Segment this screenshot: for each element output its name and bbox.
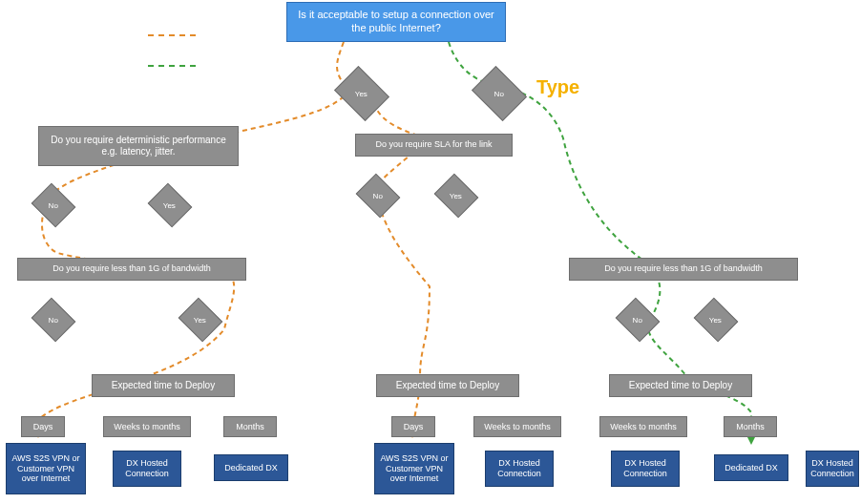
node-bw-left: Do you require less than 1G of bandwidth [17, 258, 246, 281]
dec-sla-no: No [356, 174, 401, 219]
lbl-left-days: Days [21, 416, 65, 437]
res-vpn-1: AWS S2S VPN or Customer VPN over Interne… [6, 443, 86, 494]
legend-type-a-line [148, 34, 196, 36]
dec-det-no: No [32, 183, 76, 228]
dec-bw-left-yes: Yes [178, 298, 223, 343]
dec-bw-left-no: No [32, 298, 76, 343]
decision-public-no: No [472, 66, 527, 121]
dec-bw-right-yes: Yes [694, 298, 739, 343]
decision-public-yes: Yes [334, 66, 389, 121]
node-expected-right: Expected time to Deploy [609, 374, 752, 397]
res-dedicated-1: Dedicated DX [214, 454, 288, 481]
lbl-mid-weeks: Weeks to months [473, 416, 561, 437]
res-vpn-2: AWS S2S VPN or Customer VPN over Interne… [374, 443, 454, 494]
title-type: Type [536, 76, 579, 98]
res-dedicated-2: Dedicated DX [714, 454, 788, 481]
node-expected-mid: Expected time to Deploy [376, 374, 519, 397]
dec-det-yes: Yes [148, 183, 193, 228]
node-start: Is it acceptable to setup a connection o… [286, 2, 506, 42]
lbl-mid-days: Days [391, 416, 435, 437]
node-bw-right: Do you require less than 1G of bandwidth [569, 258, 798, 281]
res-hosted-1: DX Hosted Connection [113, 451, 181, 487]
node-deterministic: Do you require deterministic performance… [38, 126, 239, 166]
dec-sla-yes: Yes [434, 174, 479, 219]
lbl-left-weeks: Weeks to months [103, 416, 191, 437]
dec-bw-right-no: No [616, 298, 661, 343]
node-sla: Do you require SLA for the link [355, 134, 513, 157]
res-hosted-3: DX Hosted Connection [611, 451, 680, 487]
lbl-right-months: Months [724, 416, 777, 437]
node-expected-left: Expected time to Deploy [92, 374, 235, 397]
lbl-left-months: Months [223, 416, 277, 437]
lbl-right-weeks: Weeks to months [599, 416, 687, 437]
res-hosted-2: DX Hosted Connection [485, 451, 554, 487]
legend-type-b-line [148, 65, 196, 67]
res-hosted-4: DX Hosted Connection [806, 451, 859, 487]
